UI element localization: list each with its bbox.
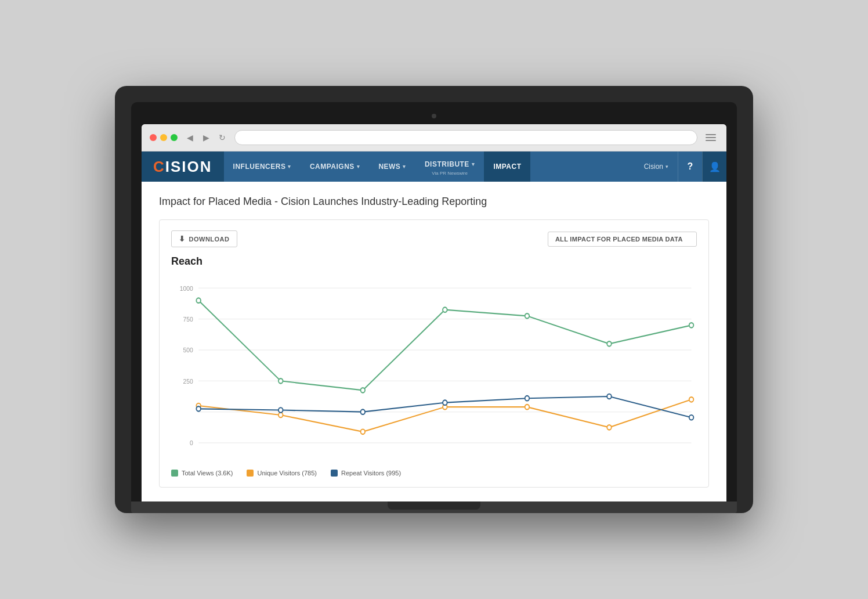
nav-item-campaigns[interactable]: CAMPAIGNS ▾ xyxy=(301,151,369,182)
traffic-lights xyxy=(150,134,178,141)
chevron-down-icon: ▾ xyxy=(686,236,689,242)
svg-point-17 xyxy=(689,323,694,328)
maximize-button[interactable] xyxy=(171,134,178,141)
chart-legend: Total Views (3.6K) Unique Visitors (785)… xyxy=(171,470,697,477)
legend-item-repeat-visitors: Repeat Visitors (995) xyxy=(331,470,401,477)
nav-right: Cision ▾ ? 👤 xyxy=(635,151,726,182)
svg-point-25 xyxy=(196,406,201,412)
page-title: Impact for Placed Media - Cision Launche… xyxy=(159,196,709,208)
logo[interactable]: CISION xyxy=(142,151,224,182)
svg-text:250: 250 xyxy=(183,377,193,385)
chevron-down-icon: ▾ xyxy=(288,164,291,169)
nav-bar: CISION INFLUENCERS ▾ CAMPAIGNS ▾ NEWS ▾ xyxy=(142,151,726,182)
download-button[interactable]: ⬇ DOWNLOAD xyxy=(171,230,237,247)
refresh-button[interactable]: ↻ xyxy=(216,131,229,144)
svg-point-16 xyxy=(607,341,612,347)
svg-point-29 xyxy=(525,396,530,401)
nav-items: INFLUENCERS ▾ CAMPAIGNS ▾ NEWS ▾ DISTRIB… xyxy=(224,151,635,182)
total-views-line xyxy=(198,301,691,391)
card: ⬇ DOWNLOAD ALL IMPACT FOR PLACED MEDIA D… xyxy=(159,219,709,488)
help-button[interactable]: ? xyxy=(678,151,702,182)
data-filter-button[interactable]: ALL IMPACT FOR PLACED MEDIA DATA ▾ xyxy=(548,232,697,247)
svg-point-15 xyxy=(525,313,530,319)
close-button[interactable] xyxy=(150,134,157,141)
address-bar[interactable] xyxy=(234,130,697,145)
chart-container: 1000 750 500 250 0 xyxy=(171,276,697,461)
svg-point-20 xyxy=(361,430,366,435)
chevron-down-icon: ▾ xyxy=(472,161,475,167)
forward-button[interactable]: ▶ xyxy=(200,131,212,144)
legend-item-total-views: Total Views (3.6K) xyxy=(171,470,233,477)
laptop-base xyxy=(131,501,737,513)
svg-text:1000: 1000 xyxy=(180,284,193,292)
svg-point-28 xyxy=(443,400,447,405)
svg-text:0: 0 xyxy=(190,439,193,447)
svg-point-24 xyxy=(689,397,694,402)
browser-chrome: ◀ ▶ ↻ xyxy=(142,124,726,151)
svg-point-11 xyxy=(196,298,201,303)
chevron-down-icon: ▾ xyxy=(357,164,360,169)
main-content: Impact for Placed Media - Cision Launche… xyxy=(142,182,726,501)
browser-nav: ◀ ▶ ↻ xyxy=(183,131,229,144)
nav-item-distribute[interactable]: DISTRIBUTE ▾ Via PR Newswire xyxy=(415,151,484,182)
laptop-container: ◀ ▶ ↻ CISION xyxy=(115,86,753,513)
legend-item-unique-visitors: Unique Visitors (785) xyxy=(247,470,317,477)
chevron-down-icon: ▾ xyxy=(666,164,668,169)
svg-point-31 xyxy=(689,415,694,420)
svg-text:750: 750 xyxy=(183,315,193,323)
svg-point-22 xyxy=(525,405,530,410)
user-icon: 👤 xyxy=(709,161,721,172)
card-toolbar: ⬇ DOWNLOAD ALL IMPACT FOR PLACED MEDIA D… xyxy=(171,230,697,247)
nav-item-influencers[interactable]: INFLUENCERS ▾ xyxy=(224,151,301,182)
screen-bezel: ◀ ▶ ↻ CISION xyxy=(131,102,737,501)
minimize-button[interactable] xyxy=(160,134,167,141)
back-button[interactable]: ◀ xyxy=(183,131,196,144)
svg-point-12 xyxy=(279,378,283,384)
menu-icon[interactable] xyxy=(703,132,718,143)
chevron-down-icon: ▾ xyxy=(403,164,406,169)
camera xyxy=(432,114,436,118)
svg-point-19 xyxy=(279,413,283,418)
nav-item-news[interactable]: NEWS ▾ xyxy=(369,151,415,182)
svg-point-23 xyxy=(607,425,612,430)
svg-point-13 xyxy=(361,388,366,393)
nav-item-impact[interactable]: IMPACT xyxy=(484,151,530,182)
svg-point-26 xyxy=(279,407,283,413)
chart-title: Reach xyxy=(171,255,697,268)
nav-user-dropdown[interactable]: Cision ▾ xyxy=(635,163,678,171)
download-icon: ⬇ xyxy=(179,234,186,243)
user-profile-button[interactable]: 👤 xyxy=(702,151,726,182)
svg-point-27 xyxy=(361,409,366,414)
distribute-sub-label: Via PR Newswire xyxy=(432,171,468,176)
svg-point-14 xyxy=(443,307,447,312)
svg-text:500: 500 xyxy=(183,347,193,354)
svg-point-30 xyxy=(607,394,612,399)
browser-window: ◀ ▶ ↻ CISION xyxy=(142,124,726,501)
laptop-stand xyxy=(388,501,480,510)
